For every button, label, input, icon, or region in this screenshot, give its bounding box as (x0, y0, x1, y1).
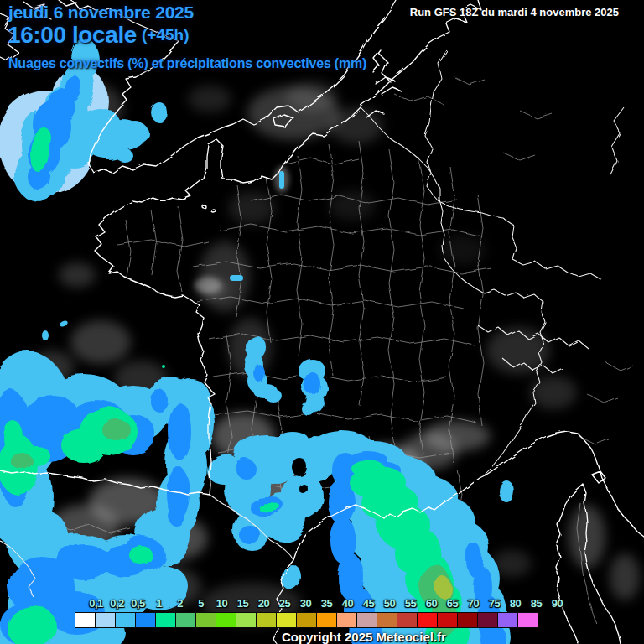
legend-color-box (377, 612, 397, 628)
legend-color-box (397, 612, 418, 628)
legend-value-label: 40 (337, 597, 358, 610)
legend-value-label: 0,2 (106, 597, 127, 610)
legend-value-label: 35 (316, 597, 337, 610)
legend-value-label: 80 (505, 597, 526, 610)
legend-value-label: 20 (253, 597, 274, 610)
legend-color-box (195, 612, 216, 628)
legend-color-box (457, 612, 478, 628)
legend-color-box (417, 612, 438, 628)
legend-value-label: 60 (421, 597, 442, 610)
legend-color-box (336, 612, 357, 628)
forecast-time: 16:00 locale(+45h) (8, 22, 189, 49)
legend-value-label: 55 (400, 597, 421, 610)
legend-color-box (216, 612, 236, 628)
legend-value-label: 25 (274, 597, 295, 610)
legend-color-box (356, 612, 377, 628)
legend-labels: 0,10,20,51251015202530354045505560657075… (86, 597, 568, 610)
forecast-time-label: 16:00 locale (8, 22, 137, 48)
legend-color-box (75, 612, 96, 628)
legend-value-label: 85 (526, 597, 547, 610)
model-run-info: Run GFS 18Z du mardi 4 novembre 2025 (410, 6, 619, 18)
legend-colorbar (75, 612, 538, 628)
legend-value-label: 75 (484, 597, 505, 610)
legend-value-label: 10 (211, 597, 232, 610)
map-parameter-title: Nuages convectifs (%) et précipitations … (8, 56, 366, 71)
forecast-hour-offset: (+45h) (142, 26, 190, 44)
forecast-date: jeudi 6 novembre 2025 (8, 3, 194, 23)
legend-color-box (155, 612, 176, 628)
legend-color-box (135, 612, 156, 628)
legend-color-box (296, 612, 317, 628)
legend-color-box (276, 612, 297, 628)
legend-color-box (115, 612, 136, 628)
legend-value-label: 0,1 (86, 597, 106, 610)
legend-value-label: 5 (190, 597, 211, 610)
legend-value-label: 45 (358, 597, 379, 610)
legend-value-label: 50 (379, 597, 400, 610)
copyright-text: Copyright 2025 Meteociel.fr (282, 630, 446, 644)
legend-value-label: 0,5 (127, 597, 148, 610)
legend-color-box (236, 612, 257, 628)
legend-color-box (175, 612, 196, 628)
legend-value-label: 30 (295, 597, 316, 610)
legend-value-label: 70 (463, 597, 484, 610)
legend-value-label: 90 (547, 597, 568, 610)
legend-color-box (497, 612, 518, 628)
legend-color-box (437, 612, 458, 628)
legend-color-box (477, 612, 498, 628)
weather-map (0, 0, 644, 644)
legend-value-label: 2 (169, 597, 190, 610)
legend-color-box (256, 612, 277, 628)
precip-10mm (435, 576, 450, 598)
weather-map-page: jeudi 6 novembre 2025 16:00 locale(+45h)… (0, 0, 644, 644)
legend-value-label: 1 (148, 597, 169, 610)
legend-color-box (517, 612, 538, 628)
legend-color-box (95, 612, 116, 628)
legend-value-label: 65 (442, 597, 463, 610)
legend-color-box (316, 612, 337, 628)
legend-value-label: 15 (232, 597, 253, 610)
